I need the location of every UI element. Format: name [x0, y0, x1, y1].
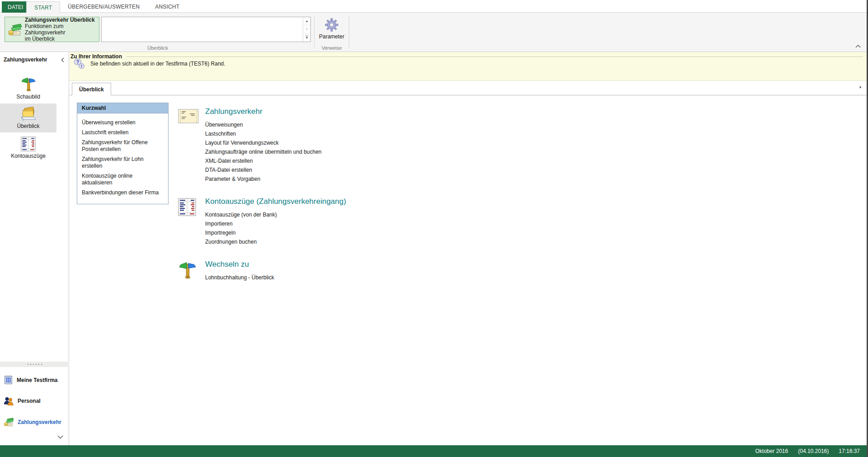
kurzwahl-link[interactable]: Lastschrift erstellen [82, 129, 164, 136]
tab-ueberblick[interactable]: Überblick [72, 83, 111, 95]
section-body: Wechseln zu Lohnbuchhaltung - Überblick [205, 260, 274, 282]
tab-uebergeben-auswerten[interactable]: ÜBERGEBEN/AUSWERTEN [60, 0, 147, 13]
sidebar-header: Zahlungsverkehr [4, 57, 64, 63]
section-link[interactable]: Parameter & Vorgaben [205, 174, 322, 184]
section-link[interactable]: Überweisungen [205, 120, 322, 129]
info-bar: Zu Ihrer Information ? ! Sie befinden si… [70, 52, 867, 81]
status-date: (04.10.2016) [798, 448, 829, 454]
section-link[interactable]: Importregeln [205, 228, 346, 237]
parameter-button-label: Parameter [319, 33, 344, 40]
section-link[interactable]: Zahlungsaufträge online übermitteln und … [205, 147, 322, 156]
sidebar-splitter-handle[interactable] [0, 362, 69, 367]
overview-quick-button[interactable]: Zahlungsverkehr Überblick Funktionen zum… [5, 17, 99, 42]
sidebar-item-kontoauszuege[interactable]: Kontoauszüge [0, 133, 56, 162]
section-links: Lohnbuchhaltung - Überblick [205, 273, 274, 282]
section-body: Zahlungsverkehr Überweisungen Lastschrif… [205, 107, 322, 184]
ribbon-group-overview-label: Überblick [5, 45, 311, 51]
ribbon-group-links-label: Verweise [315, 45, 348, 51]
section-link[interactable]: XML-Datei erstellen [205, 156, 322, 165]
section-link[interactable]: Lastschriften [205, 129, 322, 138]
quick-box-text: Zahlungsverkehr Überblick Funktionen zum… [25, 17, 96, 42]
section-kontoauszuege: Kontoauszüge (Zahlungsverkehreingang) Ko… [178, 197, 346, 246]
tab-list-dropdown-icon[interactable]: ▼ [859, 85, 862, 90]
section-title[interactable]: Zahlungsverkehr [205, 107, 322, 116]
kurzwahl-panel: Kurzwahl Überweisung erstellen Lastschri… [77, 103, 169, 204]
section-link[interactable]: Lohnbuchhaltung - Überblick [205, 273, 274, 282]
gallery-scroll-up-icon[interactable]: ▲ [303, 17, 310, 25]
parameter-button[interactable]: Parameter [316, 15, 347, 49]
document-tab-strip: Überblick ▼ [70, 81, 867, 95]
info-bar-message: Sie befinden sich aktuell in der Testfir… [90, 61, 225, 67]
sidebar-item-label: Kontoauszüge [11, 153, 46, 159]
section-link[interactable]: Layout für Verwendungszweck [205, 138, 322, 147]
status-time: 17:16:37 [839, 448, 860, 454]
sidebar-item-schaubild[interactable]: Schaubild [0, 74, 56, 103]
file-menu-button[interactable]: DATEI [2, 1, 29, 13]
money-icon [4, 417, 14, 427]
nav-item-personal[interactable]: Personal [0, 391, 69, 411]
help-bubbles-icon: ? ! [74, 59, 88, 71]
tab-start[interactable]: START [26, 1, 60, 13]
section-title[interactable]: Kontoauszüge (Zahlungsverkehreingang) [205, 197, 346, 206]
tab-ansicht[interactable]: ANSICHT [147, 0, 187, 13]
kurzwahl-list: Überweisung erstellen Lastschrift erstel… [77, 113, 168, 204]
ribbon: Zahlungsverkehr Überblick Funktionen zum… [0, 13, 868, 52]
folder-icon [19, 107, 38, 122]
gear-icon [324, 18, 339, 32]
quick-box-desc-line1: Funktionen zum Zahlungsverkehr [25, 23, 96, 36]
section-zahlungsverkehr: Zahlungsverkehr Überweisungen Lastschrif… [178, 107, 346, 184]
section-link[interactable]: Kontoauszüge (von der Bank) [205, 210, 346, 219]
overview-content: Kurzwahl Überweisung erstellen Lastschri… [70, 95, 867, 445]
chevron-down-icon[interactable] [57, 435, 63, 439]
menu-bar: DATEI START ÜBERGEBEN/AUSWERTEN ANSICHT [0, 0, 868, 13]
kurzwahl-link[interactable]: Zahlungsverkehr für Lohn erstellen [82, 156, 164, 170]
sidebar-item-label: Schaubild [16, 94, 40, 100]
status-month: Oktober 2016 [755, 448, 788, 454]
ribbon-group-separator [314, 16, 314, 49]
quick-box-title: Zahlungsverkehr Überblick [25, 17, 96, 23]
money-icon [8, 23, 22, 36]
kurzwahl-link[interactable]: Kontoauszüge online aktualisieren [82, 173, 164, 186]
people-icon [4, 396, 14, 405]
nav-item-label: Zahlungsverkehr [18, 419, 61, 425]
section-link[interactable]: DTA-Datei erstellen [205, 165, 322, 174]
info-bar-header: Zu Ihrer Information [70, 53, 863, 60]
section-links: Überweisungen Lastschriften Layout für V… [205, 120, 322, 184]
quick-box-desc-line2: im Überblick [25, 36, 96, 42]
nav-item-zahlungsverkehr[interactable]: Zahlungsverkehr [0, 411, 69, 433]
kurzwahl-link[interactable]: Zahlungsverkehr für Offene Posten erstel… [82, 139, 164, 153]
collapse-ribbon-icon[interactable] [855, 45, 861, 48]
sidebar-nav: Schaubild Überblick [0, 74, 56, 163]
signpost-icon [20, 76, 37, 92]
sidebar-item-label: Überblick [17, 123, 39, 129]
statement-icon [21, 137, 36, 151]
kurzwahl-link[interactable]: Überweisung erstellen [82, 119, 164, 126]
section-link[interactable]: Zuordnungen buchen [205, 237, 346, 246]
nav-item-label: Personal [18, 398, 41, 404]
sidebar-item-ueberblick[interactable]: Überblick [0, 104, 56, 132]
section-link[interactable]: Importieren [205, 219, 346, 228]
nav-item-label: Meine Testfirma [17, 377, 57, 383]
ribbon-tab-strip: START ÜBERGEBEN/AUSWERTEN ANSICHT [26, 0, 187, 13]
section-links: Kontoauszüge (von der Bank) Importieren … [205, 210, 346, 246]
gallery-expand-icon[interactable]: ▼ [303, 34, 310, 42]
ribbon-gallery: ▲ ▼ ▼ [101, 17, 311, 42]
building-icon [4, 375, 13, 385]
sidebar-title: Zahlungsverkehr [4, 57, 47, 63]
info-bar-rule [127, 57, 863, 57]
gallery-scroll-down-icon[interactable]: ▼ [303, 25, 310, 33]
gallery-scrollbar: ▲ ▼ ▼ [303, 17, 310, 42]
payment-slip-icon [178, 107, 199, 184]
main-area: Zu Ihrer Information ? ! Sie befinden si… [70, 52, 867, 445]
sidebar: Zahlungsverkehr Schaubild [0, 52, 69, 445]
kurzwahl-link[interactable]: Bankverbindungen dieser Firma [82, 189, 164, 196]
kurzwahl-header: Kurzwahl [77, 103, 168, 113]
section-title[interactable]: Wechseln zu [205, 260, 274, 269]
statement-icon [178, 197, 199, 246]
section-body: Kontoauszüge (Zahlungsverkehreingang) Ko… [205, 197, 346, 246]
overview-sections: Zahlungsverkehr Überweisungen Lastschrif… [178, 107, 346, 282]
chevron-left-icon[interactable] [61, 57, 64, 62]
status-bar: Oktober 2016 (04.10.2016) 17:16:37 [0, 445, 868, 457]
nav-item-meine-testfirma[interactable]: Meine Testfirma [0, 369, 69, 391]
ribbon-group-separator [349, 16, 349, 49]
